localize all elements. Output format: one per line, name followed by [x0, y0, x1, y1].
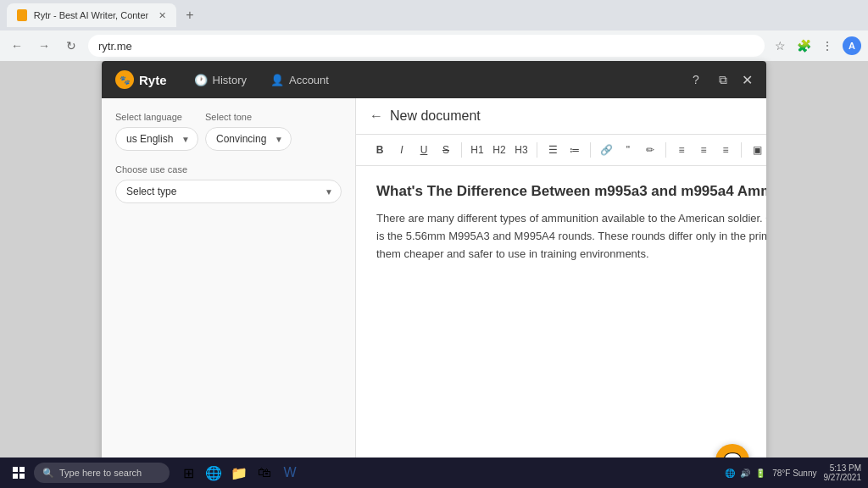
taskbar-app-cortana[interactable]: ⊞	[176, 461, 200, 485]
doc-body: There are many different types of ammuni…	[376, 210, 766, 263]
app-nav: 🕐 History 👤 Account	[184, 69, 339, 92]
h2-button[interactable]: H2	[489, 140, 509, 160]
account-icon: 👤	[270, 74, 284, 86]
search-icon: 🔍	[42, 468, 54, 479]
editor-area[interactable]: What's The Difference Between m995a3 and…	[356, 166, 766, 488]
toolbar-sep-5	[741, 142, 742, 158]
toolbar-sep-4	[665, 142, 666, 158]
windows-icon	[13, 467, 25, 479]
date: 9/27/2021	[824, 473, 862, 482]
link-button[interactable]: 🔗	[596, 140, 616, 160]
active-tab[interactable]: Rytr - Best AI Writer, Content G... ✕	[7, 3, 176, 27]
tab-favicon	[17, 9, 27, 21]
bold-button[interactable]: B	[370, 140, 390, 160]
tab-title: Rytr - Best AI Writer, Content G...	[34, 10, 148, 20]
taskbar-app-word[interactable]: W	[278, 461, 302, 485]
h3-button[interactable]: H3	[511, 140, 531, 160]
logo-text: Ryte	[139, 73, 167, 87]
app-window: 🐾 Ryte 🕐 History 👤 Account ? ⧉ ✕	[102, 61, 766, 488]
use-case-select-wrapper: Select type ▼	[115, 180, 342, 203]
taskbar-app-edge[interactable]: 🌐	[202, 461, 225, 485]
nav-history-label: History	[213, 74, 247, 86]
nav-account-label: Account	[289, 74, 329, 86]
header-right: ? ⧉ ✕	[687, 71, 753, 88]
nav-history[interactable]: 🕐 History	[184, 69, 257, 92]
tab-close-btn[interactable]: ✕	[159, 10, 166, 21]
taskbar: 🔍 Type here to search ⊞ 🌐 📁 🛍 W 🌐 🔊 🔋 78…	[0, 458, 868, 488]
use-case-label: Choose use case	[115, 164, 342, 175]
volume-icon: 🔊	[740, 469, 750, 478]
toolbar-sep-2	[537, 142, 537, 158]
language-label: Select language	[115, 112, 198, 122]
network-icon: 🌐	[725, 469, 735, 478]
taskbar-search[interactable]: 🔍 Type here to search	[34, 463, 170, 483]
forward-button[interactable]: →	[34, 36, 54, 56]
main-content: ← New document ⋮ B I U S H1 H2 H3 ☰ ≔	[356, 98, 766, 488]
use-case-field: Choose use case Select type ▼	[115, 164, 342, 203]
logo-icon: 🐾	[115, 70, 134, 89]
editor-toolbar: B I U S H1 H2 H3 ☰ ≔ 🔗 " ✏ ≡	[356, 135, 766, 166]
history-icon: 🕐	[194, 74, 208, 86]
highlight-button[interactable]: ✏	[640, 140, 660, 160]
tone-label: Select tone	[205, 112, 292, 122]
extensions-icon[interactable]: 🧩	[795, 37, 812, 54]
refresh-button[interactable]: ↻	[61, 36, 81, 56]
time-date: 5:13 PM 9/27/2021	[824, 463, 862, 482]
align-left-button[interactable]: ≡	[671, 140, 692, 160]
align-center-button[interactable]: ≡	[693, 140, 714, 160]
system-tray: 🌐 🔊 🔋	[725, 469, 765, 478]
use-case-select[interactable]: Select type	[115, 180, 342, 203]
taskbar-app-explorer[interactable]: 📁	[227, 461, 251, 485]
taskbar-app-store[interactable]: 🛍	[253, 461, 276, 485]
app-header: 🐾 Ryte 🕐 History 👤 Account ? ⧉ ✕	[102, 61, 766, 98]
sidebar: Select language us English ▼ Select tone	[102, 98, 356, 488]
time: 5:13 PM	[824, 463, 862, 473]
back-button[interactable]: ←	[370, 108, 383, 124]
new-tab-button[interactable]: +	[180, 5, 200, 25]
logo[interactable]: 🐾 Ryte	[115, 70, 177, 89]
doc-title: New document	[390, 108, 481, 124]
help-icon[interactable]: ?	[687, 71, 704, 88]
doc-heading: What's The Difference Between m995a3 and…	[376, 183, 766, 200]
strikethrough-button[interactable]: S	[436, 140, 456, 160]
battery-icon: 🔋	[755, 469, 765, 478]
search-placeholder: Type here to search	[59, 468, 142, 478]
taskbar-right: 🌐 🔊 🔋 78°F Sunny 5:13 PM 9/27/2021	[725, 463, 861, 482]
start-button[interactable]	[7, 461, 31, 485]
list-button[interactable]: ☰	[542, 140, 563, 160]
taskbar-apps: ⊞ 🌐 📁 🛍 W	[176, 461, 302, 485]
lang-tone-row: Select language us English ▼ Select tone	[115, 112, 342, 164]
editor-header: ← New document ⋮	[356, 98, 766, 135]
address-text: rytr.me	[98, 40, 132, 53]
close-button[interactable]: ✕	[742, 72, 753, 88]
image-button[interactable]: ▣	[747, 140, 766, 160]
quote-button[interactable]: "	[618, 140, 638, 160]
back-button[interactable]: ←	[7, 36, 27, 56]
underline-button[interactable]: U	[414, 140, 434, 160]
ordered-list-button[interactable]: ≔	[565, 140, 585, 160]
tone-select[interactable]: Convincing	[205, 127, 292, 151]
tone-field: Select tone Convincing ▼	[205, 112, 292, 151]
language-field: Select language us English ▼	[115, 112, 198, 151]
tone-select-wrapper: Convincing ▼	[205, 127, 292, 151]
user-avatar[interactable]: A	[843, 36, 861, 55]
address-bar[interactable]: rytr.me	[88, 35, 765, 57]
h1-button[interactable]: H1	[467, 140, 487, 160]
profile-icon[interactable]: ⋮	[819, 37, 836, 54]
language-select-wrapper: us English ▼	[115, 127, 198, 151]
external-link-icon[interactable]: ⧉	[715, 71, 732, 88]
language-select[interactable]: us English	[115, 127, 198, 151]
italic-button[interactable]: I	[392, 140, 412, 160]
weather-info: 78°F Sunny	[772, 469, 816, 478]
nav-account[interactable]: 👤 Account	[260, 69, 339, 92]
app-body: Select language us English ▼ Select tone	[102, 98, 766, 488]
align-right-button[interactable]: ≡	[715, 140, 736, 160]
toolbar-sep-1	[461, 142, 462, 158]
toolbar-sep-3	[590, 142, 591, 158]
star-icon[interactable]: ☆	[771, 37, 788, 54]
